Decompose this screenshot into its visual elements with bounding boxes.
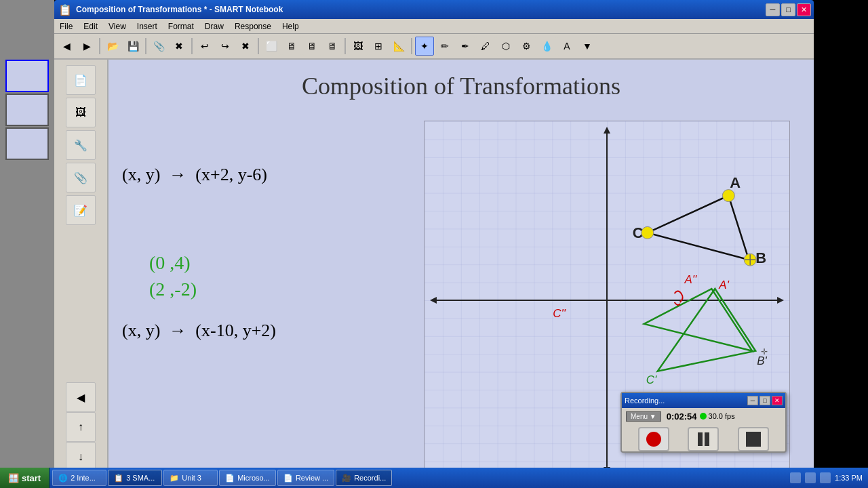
recording-menu-button[interactable]: Menu ▼ bbox=[626, 411, 661, 422]
pen3-button[interactable]: 🖊 bbox=[476, 37, 495, 56]
formula2-line2: (2 ,-2) bbox=[149, 276, 197, 302]
taskbar-recording-label: Recordi... bbox=[354, 474, 386, 482]
back-button[interactable]: ◀ bbox=[57, 37, 76, 56]
menu-draw[interactable]: Draw bbox=[199, 20, 229, 33]
taskbar-review-label: Review ... bbox=[296, 474, 328, 482]
left-sidebar: 📄 🖼 🔧 📎 📝 ◀ ↑ ↓ + bbox=[54, 60, 108, 488]
svg-point-10 bbox=[722, 190, 734, 202]
sidebar-gallery-button[interactable]: 🖼 bbox=[66, 98, 96, 127]
redo-button[interactable]: ↪ bbox=[216, 37, 235, 56]
taskbar-review-icon: 📄 bbox=[283, 474, 293, 483]
sidebar-nav-left[interactable]: ◀ bbox=[66, 382, 96, 412]
page-title: Composition of Transformations bbox=[108, 72, 814, 100]
monitor2-button[interactable]: 🖥 bbox=[302, 37, 321, 56]
monitor3-button[interactable]: 🖥 bbox=[323, 37, 342, 56]
record-button[interactable] bbox=[638, 427, 669, 451]
toolbar: ◀ ▶ 📂 💾 📎 ✖ ↩ ↪ ✖ ⬜ 🖥 🖥 🖥 🖼 ⊞ 📐 ✦ ✏ ✒ 🖊 … bbox=[54, 34, 814, 60]
text-button[interactable]: A bbox=[557, 37, 576, 56]
formula3-text: (x, y) → (x-10, y+2) bbox=[122, 321, 276, 340]
settings-button[interactable]: ⚙ bbox=[517, 37, 536, 56]
menu-format[interactable]: Format bbox=[163, 20, 199, 33]
taskbar-microsoft-label: Microso... bbox=[237, 474, 270, 482]
taskbar-item-unit3[interactable]: 📁 Unit 3 bbox=[163, 470, 218, 486]
fill-button[interactable]: 💧 bbox=[537, 37, 556, 56]
taskbar-items: 🌐 2 Inte... 📋 3 SMA... 📁 Unit 3 📄 Micros… bbox=[50, 470, 785, 486]
recording-timer: 0:02:54 bbox=[667, 411, 697, 422]
svg-text:C'': C'' bbox=[553, 307, 566, 320]
eraser-button[interactable]: ⬡ bbox=[496, 37, 515, 56]
sidebar-notes-button[interactable]: 📝 bbox=[66, 195, 96, 225]
taskbar-item-recording[interactable]: 🎥 Recordi... bbox=[336, 470, 392, 486]
maximize-button[interactable]: □ bbox=[781, 3, 795, 16]
taskbar-unit3-label: Unit 3 bbox=[182, 474, 201, 482]
close-file-button[interactable]: ✖ bbox=[170, 37, 189, 56]
attach-button[interactable]: 📎 bbox=[149, 37, 168, 56]
taskbar-right: 1:33 PM bbox=[785, 472, 868, 483]
save-button[interactable]: 💾 bbox=[123, 37, 142, 56]
systray-icon-2[interactable] bbox=[805, 472, 816, 483]
slide-thumb-1[interactable] bbox=[5, 60, 49, 92]
sidebar-properties-button[interactable]: 🔧 bbox=[66, 130, 96, 160]
taskbar-item-review[interactable]: 📄 Review ... bbox=[277, 470, 334, 486]
pause-icon bbox=[698, 432, 709, 446]
formula3: (x, y) → (x-10, y+2) bbox=[122, 321, 276, 341]
taskbar-item-microsoft[interactable]: 📄 Microso... bbox=[219, 470, 276, 486]
start-button[interactable]: 🪟 start bbox=[0, 468, 50, 488]
recording-title-bar: Recording... ─ □ ✕ bbox=[622, 393, 785, 408]
table-button[interactable]: ⊞ bbox=[369, 37, 388, 56]
clear-button[interactable]: ✖ bbox=[236, 37, 255, 56]
record-circle-icon bbox=[646, 432, 661, 447]
menu-insert[interactable]: Insert bbox=[132, 20, 163, 33]
recording-minimize[interactable]: ─ bbox=[747, 396, 758, 405]
formula1: (x, y) → (x+2, y-6) bbox=[122, 165, 267, 185]
taskbar-smart-label: 3 SMA... bbox=[126, 474, 155, 482]
forward-button[interactable]: ▶ bbox=[77, 37, 96, 56]
slide-thumb-3[interactable] bbox=[5, 127, 49, 160]
menu-help[interactable]: Help bbox=[277, 20, 304, 33]
taskbar-item-smartnotebook[interactable]: 📋 3 SMA... bbox=[108, 470, 162, 486]
title-bar: 📋 Composition of Transformations * - SMA… bbox=[54, 0, 814, 19]
undo-button[interactable]: ↩ bbox=[195, 37, 214, 56]
svg-text:A': A' bbox=[718, 279, 729, 291]
taskbar-item-internet[interactable]: 🌐 2 Inte... bbox=[52, 470, 106, 486]
shapes-button[interactable]: 📐 bbox=[389, 37, 408, 56]
taskbar: 🪟 start 🌐 2 Inte... 📋 3 SMA... 📁 Unit 3 … bbox=[0, 468, 868, 488]
open-button[interactable]: 📂 bbox=[103, 37, 122, 56]
sidebar-pages-button[interactable]: 📄 bbox=[66, 65, 96, 95]
fullscreen-button[interactable]: ⬜ bbox=[262, 37, 281, 56]
pen1-button[interactable]: ✏ bbox=[435, 37, 454, 56]
sidebar-nav-prev[interactable]: ↑ bbox=[66, 412, 96, 442]
taskbar-microsoft-icon: 📄 bbox=[225, 474, 235, 483]
recording-maximize[interactable]: □ bbox=[760, 396, 770, 405]
window-title: Composition of Transformations * - SMART… bbox=[76, 5, 283, 14]
menu-response[interactable]: Response bbox=[229, 20, 277, 33]
pause-button[interactable] bbox=[688, 427, 719, 451]
pen2-button[interactable]: ✒ bbox=[456, 37, 475, 56]
formula2-handwritten: (0 ,4) (2 ,-2) bbox=[149, 249, 197, 302]
dropdown-button[interactable]: ▼ bbox=[578, 37, 597, 56]
menu-file[interactable]: File bbox=[54, 20, 78, 33]
recording-buttons bbox=[622, 424, 785, 454]
start-windows-icon: 🪟 bbox=[8, 473, 19, 483]
taskbar-unit3-icon: 📁 bbox=[170, 474, 179, 483]
monitor1-button[interactable]: 🖥 bbox=[282, 37, 301, 56]
minimize-button[interactable]: ─ bbox=[766, 3, 780, 16]
menu-edit[interactable]: Edit bbox=[78, 20, 103, 33]
sidebar-attachments-button[interactable]: 📎 bbox=[66, 163, 96, 192]
recording-info-bar: Menu ▼ 0:02:54 30.0 fps bbox=[622, 408, 785, 424]
taskbar-internet-icon: 🌐 bbox=[58, 474, 68, 483]
stop-button[interactable] bbox=[738, 427, 769, 451]
select-button[interactable]: ✦ bbox=[415, 37, 434, 56]
slide-thumb-2[interactable] bbox=[5, 94, 49, 126]
close-button[interactable]: ✕ bbox=[797, 3, 811, 16]
image-button[interactable]: 🖼 bbox=[349, 37, 368, 56]
svg-text:B: B bbox=[755, 249, 766, 266]
systray-icon-1[interactable] bbox=[790, 472, 801, 483]
systray-icon-3[interactable] bbox=[820, 472, 831, 483]
formula1-text: (x, y) → (x+2, y-6) bbox=[122, 165, 267, 184]
menu-view[interactable]: View bbox=[103, 20, 132, 33]
taskbar-recording-icon: 🎥 bbox=[342, 474, 351, 483]
recording-close[interactable]: ✕ bbox=[772, 396, 783, 405]
svg-text:✛: ✛ bbox=[761, 347, 768, 357]
recording-status-indicator bbox=[700, 413, 707, 420]
